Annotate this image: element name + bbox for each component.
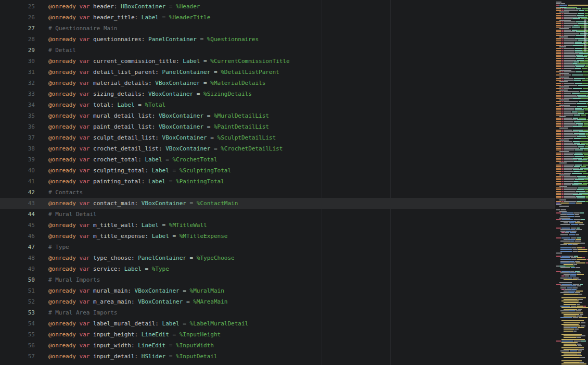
code-line[interactable]: 44# Mural Detail	[0, 209, 555, 220]
code-line[interactable]: 52@onready var m_area_main: VBoxContaine…	[0, 296, 555, 307]
line-number[interactable]: 53	[0, 309, 35, 316]
line-number[interactable]: 27	[0, 25, 35, 32]
code-text[interactable]: @onready var sizing_details: VBoxContain…	[35, 91, 252, 97]
code-line[interactable]: 45@onready var m_title_wall: Label = %MT…	[0, 220, 555, 231]
code-text[interactable]: @onready var m_title_wall: Label = %MTit…	[35, 222, 207, 229]
line-number[interactable]: 52	[0, 298, 35, 305]
line-number[interactable]: 34	[0, 102, 35, 108]
code-text[interactable]: @onready var type_choose: PanelContainer…	[35, 255, 235, 261]
code-line[interactable]: 50# Mural Imports	[0, 274, 555, 285]
line-number[interactable]: 28	[0, 36, 35, 43]
line-number[interactable]: 46	[0, 233, 35, 240]
code-line[interactable]: 43@onready var contact_main: VBoxContain…	[0, 198, 555, 209]
line-number[interactable]: 48	[0, 255, 35, 261]
code-line[interactable]: 41@onready var painting_total: Label = %…	[0, 176, 555, 187]
code-line[interactable]: 35@onready var mural_detail_list: VBoxCo…	[0, 110, 555, 121]
scrollbar-grabber[interactable]	[584, 19, 586, 52]
line-number[interactable]: 50	[0, 276, 35, 283]
line-number[interactable]: 57	[0, 353, 35, 360]
line-number[interactable]: 31	[0, 69, 35, 75]
code-text[interactable]: @onready var sculpting_total: Label = %S…	[35, 167, 231, 174]
code-text[interactable]: # Mural Detail	[35, 211, 97, 218]
code-text[interactable]: @onready var m_area_main: VBoxContainer …	[35, 298, 227, 305]
code-area[interactable]: 25@onready var header: HBoxContainer = %…	[0, 1, 555, 362]
code-line[interactable]: 57@onready var input_detail: HSlider = %…	[0, 351, 555, 362]
code-text[interactable]: @onready var current_commission_title: L…	[35, 58, 290, 65]
code-line[interactable]: 53# Mural Area Imports	[0, 307, 555, 318]
line-number[interactable]: 40	[0, 167, 35, 174]
code-text[interactable]: @onready var detail_list_parent: PanelCo…	[35, 69, 279, 75]
code-text[interactable]: # Mural Imports	[35, 276, 100, 283]
line-number[interactable]: 33	[0, 91, 35, 97]
line-number[interactable]: 26	[0, 14, 35, 21]
line-number[interactable]: 32	[0, 80, 35, 86]
code-line[interactable]: 36@onready var paint_detail_list: VBoxCo…	[0, 121, 555, 132]
line-number[interactable]: 38	[0, 145, 35, 152]
code-line[interactable]: 39@onready var crochet_total: Label = %C…	[0, 154, 555, 165]
code-line[interactable]: 56@onready var input_width: LineEdit = %…	[0, 340, 555, 351]
code-text[interactable]: # Detail	[35, 47, 76, 54]
code-line[interactable]: 27# Questionnaire Main	[0, 23, 555, 34]
line-number[interactable]: 42	[0, 189, 35, 196]
code-text[interactable]: @onready var mural_detail_list: VBoxCont…	[35, 112, 269, 119]
code-text[interactable]: @onready var m_title_expense: Label = %M…	[35, 233, 227, 240]
line-number[interactable]: 29	[0, 47, 35, 54]
code-text[interactable]: @onready var contact_main: VBoxContainer…	[35, 200, 238, 207]
code-text[interactable]: @onready var service: Label = %Type	[35, 266, 169, 272]
line-number[interactable]: 25	[0, 3, 35, 10]
line-number[interactable]: 56	[0, 342, 35, 349]
line-number[interactable]: 47	[0, 244, 35, 250]
code-line[interactable]: 48@onready var type_choose: PanelContain…	[0, 253, 555, 263]
line-number[interactable]: 45	[0, 222, 35, 229]
line-number[interactable]: 30	[0, 58, 35, 65]
code-line[interactable]: 55@onready var input_height: LineEdit = …	[0, 329, 555, 340]
code-text[interactable]: @onready var material_details: VBoxConta…	[35, 80, 265, 86]
code-line[interactable]: 51@onready var mural_main: VBoxContainer…	[0, 285, 555, 296]
code-text[interactable]: @onready var total: Label = %Total	[35, 102, 165, 108]
code-line[interactable]: 38@onready var crochet_detail_list: VBox…	[0, 143, 555, 154]
code-text[interactable]: # Mural Area Imports	[35, 309, 117, 316]
line-number[interactable]: 51	[0, 287, 35, 294]
code-line[interactable]: 42# Contacts	[0, 187, 555, 198]
line-number[interactable]: 54	[0, 320, 35, 327]
code-text[interactable]: @onready var painting_total: Label = %Pa…	[35, 178, 224, 185]
code-text[interactable]: # Contacts	[35, 189, 83, 196]
code-line[interactable]: 47# Type	[0, 242, 555, 253]
line-number[interactable]: 44	[0, 211, 35, 218]
line-number[interactable]: 37	[0, 134, 35, 141]
line-number[interactable]: 35	[0, 112, 35, 119]
code-line[interactable]: 30@onready var current_commission_title:…	[0, 56, 555, 67]
code-text[interactable]: @onready var input_width: LineEdit = %In…	[35, 342, 214, 349]
code-line[interactable]: 32@onready var material_details: VBoxCon…	[0, 78, 555, 89]
code-text[interactable]: @onready var paint_detail_list: VBoxCont…	[35, 123, 269, 130]
code-text[interactable]: # Questionnaire Main	[35, 25, 117, 32]
code-line[interactable]: 29# Detail	[0, 45, 555, 56]
code-text[interactable]: @onready var mural_main: VBoxContainer =…	[35, 287, 224, 294]
code-line[interactable]: 54@onready var label_mural_detail: Label…	[0, 318, 555, 329]
line-number[interactable]: 41	[0, 178, 35, 185]
code-line[interactable]: 40@onready var sculpting_total: Label = …	[0, 165, 555, 176]
code-text[interactable]: @onready var label_mural_detail: Label =…	[35, 320, 248, 327]
minimap[interactable]	[555, 0, 588, 365]
code-text[interactable]: # Type	[35, 244, 69, 250]
code-line[interactable]: 25@onready var header: HBoxContainer = %…	[0, 1, 555, 12]
code-line[interactable]: 33@onready var sizing_details: VBoxConta…	[0, 89, 555, 99]
code-line[interactable]: 46@onready var m_title_expense: Label = …	[0, 231, 555, 242]
line-number[interactable]: 43	[0, 200, 35, 207]
code-text[interactable]: @onready var sculpt_detail_list: VBoxCon…	[35, 134, 276, 141]
code-text[interactable]: @onready var crochet_total: Label = %Cro…	[35, 156, 218, 163]
code-line[interactable]: 37@onready var sculpt_detail_list: VBoxC…	[0, 132, 555, 143]
code-text[interactable]: @onready var header_title: Label = %Head…	[35, 14, 210, 21]
line-number[interactable]: 55	[0, 331, 35, 338]
code-text[interactable]: @onready var input_detail: HSlider = %In…	[35, 353, 218, 360]
code-text[interactable]: @onready var questionnaires: PanelContai…	[35, 36, 259, 43]
code-text[interactable]: @onready var crochet_detail_list: VBoxCo…	[35, 145, 283, 152]
line-number[interactable]: 36	[0, 123, 35, 130]
code-text[interactable]: @onready var input_height: LineEdit = %I…	[35, 331, 221, 338]
code-line[interactable]: 28@onready var questionnaires: PanelCont…	[0, 34, 555, 45]
code-line[interactable]: 31@onready var detail_list_parent: Panel…	[0, 67, 555, 78]
code-line[interactable]: 26@onready var header_title: Label = %He…	[0, 12, 555, 23]
line-number[interactable]: 39	[0, 156, 35, 163]
code-text[interactable]: @onready var header: HBoxContainer = %He…	[35, 3, 200, 10]
line-number[interactable]: 49	[0, 266, 35, 272]
